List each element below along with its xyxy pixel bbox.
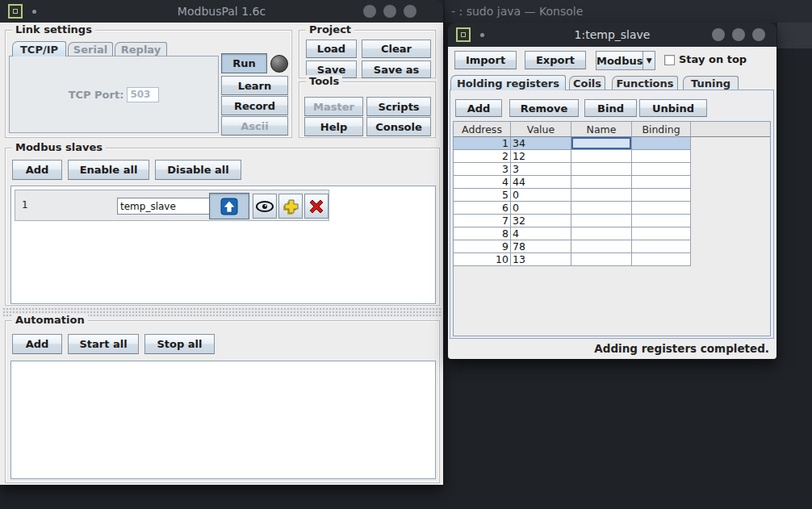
cell-binding[interactable]	[632, 253, 691, 266]
cell-value[interactable]: 34	[511, 137, 571, 150]
remove-register-button[interactable]: Remove	[509, 99, 579, 117]
slave-view-button[interactable]	[253, 194, 277, 219]
cell-value[interactable]: 44	[511, 176, 571, 189]
chevron-down-icon[interactable]: ▼	[642, 52, 655, 69]
tab-tcpip[interactable]: TCP/IP	[12, 41, 66, 56]
cell-binding[interactable]	[632, 202, 691, 215]
cell-value[interactable]: 78	[511, 240, 571, 253]
cell-binding[interactable]	[632, 137, 691, 150]
record-button[interactable]: Record	[221, 96, 288, 115]
cell-name[interactable]	[571, 253, 632, 266]
cell-address[interactable]: 8	[454, 227, 511, 240]
table-row[interactable]: 732	[454, 215, 691, 227]
cell-value[interactable]: 13	[511, 253, 571, 266]
table-row[interactable]: 84	[454, 227, 691, 240]
add-automation-button[interactable]: Add	[12, 334, 62, 354]
add-register-button[interactable]: Add	[455, 99, 502, 117]
cell-value[interactable]: 32	[511, 215, 571, 227]
slave-window-titlebar[interactable]: 1:temp_slave	[448, 23, 776, 47]
table-row[interactable]: 212	[454, 150, 691, 163]
table-row[interactable]: 60	[454, 202, 691, 215]
cell-name[interactable]	[571, 215, 632, 227]
stay-on-top-checkbox[interactable]	[664, 55, 675, 65]
cell-address[interactable]: 1	[454, 137, 511, 150]
save-as-button[interactable]: Save as	[362, 60, 431, 78]
cell-name[interactable]	[571, 150, 632, 163]
bind-button[interactable]: Bind	[584, 99, 637, 117]
header-address[interactable]: Address	[454, 122, 511, 136]
tab-holding-registers[interactable]: Holding registers	[450, 75, 566, 90]
tab-coils[interactable]: Coils	[569, 76, 605, 90]
table-row[interactable]: 50	[454, 189, 691, 202]
cell-binding[interactable]	[632, 163, 691, 176]
start-all-button[interactable]: Start all	[68, 334, 139, 354]
header-value[interactable]: Value	[511, 122, 571, 136]
learn-button[interactable]: Learn	[221, 76, 288, 95]
minimize-button[interactable]	[363, 5, 376, 18]
import-button[interactable]: Import	[454, 51, 517, 69]
maximize-button[interactable]	[383, 5, 396, 18]
minimize-button[interactable]	[712, 28, 725, 41]
cell-address[interactable]: 7	[454, 215, 511, 227]
cell-address[interactable]: 10	[454, 253, 511, 266]
maximize-button[interactable]	[732, 28, 745, 41]
cell-name[interactable]	[571, 137, 632, 150]
cell-address[interactable]: 3	[454, 163, 511, 176]
cell-binding[interactable]	[632, 240, 691, 253]
export-button[interactable]: Export	[525, 51, 586, 69]
header-name[interactable]: Name	[571, 122, 632, 136]
registers-scrollpane[interactable]: Address Value Name Binding 1342123344450…	[453, 121, 771, 336]
cell-name[interactable]	[571, 163, 632, 176]
slave-delete-button[interactable]	[304, 194, 329, 219]
cell-address[interactable]: 9	[454, 240, 511, 253]
close-button[interactable]	[752, 28, 765, 41]
cell-value[interactable]: 4	[511, 227, 571, 240]
implementation-combobox[interactable]: Modbus ▼	[596, 51, 655, 70]
slave-add-automation-button[interactable]	[278, 194, 303, 219]
cell-value[interactable]: 0	[511, 202, 571, 215]
help-button[interactable]: Help	[304, 117, 363, 136]
cell-name[interactable]	[571, 189, 632, 202]
modbuspal-titlebar[interactable]: ModbusPal 1.6c	[0, 0, 443, 23]
cell-address[interactable]: 6	[454, 202, 511, 215]
clear-button[interactable]: Clear	[362, 40, 431, 58]
cell-name[interactable]	[571, 240, 632, 253]
table-row[interactable]: 134	[454, 137, 691, 150]
cell-binding[interactable]	[632, 215, 691, 227]
table-row[interactable]: 33	[454, 163, 691, 176]
cell-address[interactable]: 2	[454, 150, 511, 163]
cell-address[interactable]: 5	[454, 189, 511, 202]
run-button[interactable]: Run	[221, 53, 267, 73]
cell-value[interactable]: 0	[511, 189, 571, 202]
cell-binding[interactable]	[632, 189, 691, 202]
stop-all-button[interactable]: Stop all	[144, 334, 215, 354]
cell-value[interactable]: 3	[511, 163, 571, 176]
cell-binding[interactable]	[632, 227, 691, 240]
cell-name[interactable]	[571, 176, 632, 189]
scripts-button[interactable]: Scripts	[366, 97, 431, 116]
table-row[interactable]: 444	[454, 176, 691, 189]
cell-name[interactable]	[571, 227, 632, 240]
cell-value[interactable]: 12	[511, 150, 571, 163]
load-button[interactable]: Load	[306, 40, 357, 58]
slave-name-field[interactable]	[117, 198, 214, 215]
cell-binding[interactable]	[632, 150, 691, 163]
slave-enable-toggle[interactable]	[209, 193, 249, 219]
tab-serial[interactable]: Serial	[68, 42, 113, 56]
konsole-titlebar[interactable]: - : sudo java — Konsole	[445, 0, 812, 23]
console-button[interactable]: Console	[366, 117, 431, 136]
cell-binding[interactable]	[632, 176, 691, 189]
table-row[interactable]: 978	[454, 240, 691, 253]
tcp-port-field[interactable]	[127, 87, 159, 102]
enable-all-button[interactable]: Enable all	[68, 160, 149, 180]
unbind-button[interactable]: Unbind	[639, 99, 707, 117]
tab-tuning[interactable]: Tuning	[683, 76, 739, 90]
table-row[interactable]: 1013	[454, 253, 691, 266]
cell-name[interactable]	[571, 202, 632, 215]
tab-functions[interactable]: Functions	[612, 76, 678, 90]
header-binding[interactable]: Binding	[632, 122, 691, 136]
tab-replay[interactable]: Replay	[115, 42, 167, 56]
disable-all-button[interactable]: Disable all	[155, 160, 241, 180]
add-slave-button[interactable]: Add	[12, 160, 62, 180]
cell-address[interactable]: 4	[454, 176, 511, 189]
